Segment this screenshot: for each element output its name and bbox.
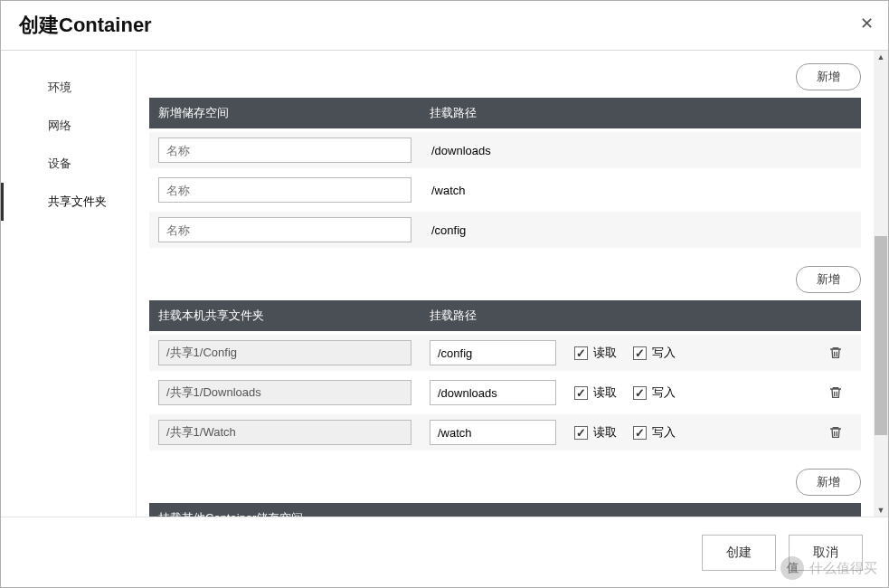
shared-folder-input[interactable] [158, 420, 411, 445]
add-storage-button[interactable]: 新增 [796, 63, 861, 90]
storage-row: /watch [149, 172, 861, 208]
titlebar: 创建Container ✕ [1, 1, 888, 51]
dialog-footer: 创建 取消 [1, 517, 888, 587]
shared-folder-input[interactable] [158, 340, 411, 365]
storage-add-row: 新增 [149, 63, 861, 90]
scroll-up-icon[interactable]: ▲ [874, 51, 888, 63]
content-outer: 新增 新增储存空间 挂载路径 /downloads /watch /config [137, 51, 888, 517]
storage-name-input[interactable] [158, 138, 411, 163]
sidebar-item-shared-folder[interactable]: 共享文件夹 [1, 183, 136, 221]
dialog-title: 创建Container [19, 12, 152, 39]
shared-row: 读取 写入 [149, 335, 861, 371]
write-checkbox[interactable] [633, 386, 647, 400]
add-other-button[interactable]: 新增 [796, 469, 861, 496]
shared-header-mount: 挂载路径 [430, 308, 852, 324]
scrollbar[interactable]: ▲ ▼ [874, 51, 888, 517]
storage-section: 新增 新增储存空间 挂载路径 /downloads /watch /config [149, 63, 861, 248]
read-label: 读取 [593, 424, 617, 441]
shared-mount-input[interactable] [430, 340, 556, 365]
dialog-body: 环境 网络 设备 共享文件夹 新增 新增储存空间 挂载路径 /downloads [1, 51, 888, 517]
add-shared-button[interactable]: 新增 [796, 266, 861, 293]
storage-mount-value: /watch [431, 184, 466, 197]
storage-name-input[interactable] [158, 177, 411, 203]
storage-name-input[interactable] [158, 217, 411, 242]
storage-mount-value: /downloads [431, 144, 491, 157]
other-header-title: 挂载其他Container储存空间 [158, 510, 303, 517]
sidebar-item-env[interactable]: 环境 [1, 69, 136, 107]
trash-icon[interactable] [828, 385, 843, 400]
other-add-row: 新增 [149, 469, 861, 496]
shared-mount-input[interactable] [430, 380, 556, 405]
cancel-button[interactable]: 取消 [789, 535, 863, 571]
read-checkbox[interactable] [574, 426, 588, 440]
storage-mount-value: /config [431, 223, 466, 237]
write-label: 写入 [652, 345, 676, 361]
create-button[interactable]: 创建 [702, 535, 776, 571]
shared-header: 挂载本机共享文件夹 挂载路径 [149, 300, 861, 331]
shared-add-row: 新增 [149, 266, 861, 293]
read-checkbox[interactable] [574, 346, 588, 360]
storage-header-mount: 挂载路径 [430, 105, 852, 121]
write-label: 写入 [652, 424, 676, 441]
shared-folder-input[interactable] [158, 380, 411, 405]
sidebar: 环境 网络 设备 共享文件夹 [1, 51, 137, 517]
sidebar-item-network[interactable]: 网络 [1, 107, 136, 145]
storage-row: /downloads [149, 132, 861, 168]
content: 新增 新增储存空间 挂载路径 /downloads /watch /config [137, 51, 888, 517]
storage-row: /config [149, 212, 861, 248]
storage-header: 新增储存空间 挂载路径 [149, 98, 861, 128]
close-icon[interactable]: ✕ [860, 14, 874, 33]
trash-icon[interactable] [828, 425, 843, 440]
storage-header-name: 新增储存空间 [158, 105, 430, 121]
shared-header-folder: 挂载本机共享文件夹 [158, 308, 430, 324]
sidebar-item-device[interactable]: 设备 [1, 145, 136, 183]
write-label: 写入 [652, 384, 676, 401]
scrollbar-thumb[interactable] [875, 236, 887, 435]
shared-section: 新增 挂载本机共享文件夹 挂载路径 读取 写入 读取 写入 [149, 266, 861, 450]
read-checkbox[interactable] [574, 386, 588, 400]
write-checkbox[interactable] [633, 426, 647, 440]
scroll-down-icon[interactable]: ▼ [874, 504, 888, 517]
other-section: 新增 挂载其他Container储存空间 尚无任何数据 [149, 469, 861, 517]
write-checkbox[interactable] [633, 346, 647, 360]
shared-mount-input[interactable] [430, 420, 556, 445]
read-label: 读取 [593, 384, 617, 401]
trash-icon[interactable] [828, 346, 843, 360]
read-label: 读取 [593, 345, 617, 361]
other-header: 挂载其他Container储存空间 [149, 503, 861, 517]
shared-row: 读取 写入 [149, 414, 861, 450]
shared-row: 读取 写入 [149, 375, 861, 411]
